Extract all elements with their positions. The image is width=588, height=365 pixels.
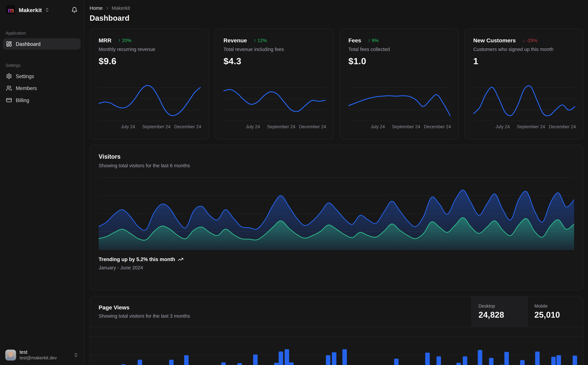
- bar: [425, 353, 430, 365]
- bar: [489, 358, 493, 365]
- x-axis-tick: December 24: [174, 124, 201, 129]
- bar: [326, 355, 330, 365]
- stat-cards-row: MRR ↑20% Monthly recurring revenue $9.6 …: [90, 28, 583, 140]
- user-name: test: [20, 350, 57, 355]
- bar: [253, 355, 257, 365]
- users-icon: [6, 85, 12, 91]
- gridline: [90, 355, 583, 355]
- trend-badge: ↑9%: [368, 38, 379, 43]
- stat-title: New Customers: [473, 37, 516, 43]
- bar: [221, 362, 226, 365]
- page-views-title: Page Views: [99, 304, 463, 311]
- bar: [274, 363, 278, 365]
- x-axis-tick: December 24: [549, 124, 576, 129]
- x-axis-tick: December 24: [424, 124, 451, 129]
- stat-description: Total revenue including fees: [223, 47, 325, 52]
- stat-description: Total fees collected: [348, 47, 450, 52]
- layout-dashboard-icon: [6, 41, 12, 47]
- sidebar-item-label: Members: [16, 85, 37, 91]
- bar: [169, 360, 174, 365]
- workspace-selector[interactable]: m Makerkit: [0, 0, 84, 19]
- sidebar-item-billing[interactable]: Billing: [3, 94, 81, 106]
- x-axis-tick: July 24: [246, 124, 260, 129]
- sidebar-item-label: Billing: [16, 97, 29, 103]
- visitors-title: Visitors: [99, 153, 574, 160]
- sparkline-x-axis: July 24September 24December 24: [348, 124, 450, 130]
- stat-card-mrr: MRR ↑20% Monthly recurring revenue $9.6 …: [90, 28, 209, 140]
- bar: [535, 351, 540, 365]
- sidebar-item-dashboard[interactable]: Dashboard: [3, 38, 81, 49]
- breadcrumb-current: Makerkit: [112, 5, 130, 11]
- x-axis-tick: July 24: [371, 124, 385, 129]
- sidebar-item-settings[interactable]: Settings: [3, 70, 81, 82]
- x-axis-tick: July 24: [121, 124, 135, 129]
- makerkit-logo-icon: m: [6, 5, 16, 15]
- page-title: Dashboard: [90, 14, 583, 22]
- sparkline-x-axis: July 24September 24December 24: [473, 124, 574, 130]
- bar: [289, 362, 294, 365]
- x-axis-tick: September 24: [392, 124, 420, 129]
- sidebar-item-members[interactable]: Members: [3, 83, 81, 94]
- bell-icon: [71, 7, 78, 13]
- bar: [138, 360, 142, 365]
- bar: [463, 356, 467, 365]
- stat-description: Customers who signed up this month: [473, 47, 574, 52]
- trending-up-icon: [178, 257, 183, 262]
- tab-mobile[interactable]: Mobile 25,010: [527, 296, 583, 327]
- visitors-date-range: January - June 2024: [99, 265, 574, 271]
- bar: [573, 356, 577, 365]
- chevrons-up-down-icon: [44, 7, 49, 12]
- stat-value: 1: [473, 56, 574, 66]
- sparkline-x-axis: July 24September 24December 24: [99, 124, 200, 130]
- workspace-name: Makerkit: [19, 7, 42, 13]
- visitors-footer: Trending up by 5.2% this month: [99, 257, 574, 262]
- arrow-up-icon: ↑: [254, 38, 256, 43]
- stat-title: Revenue: [223, 37, 247, 43]
- tab-desktop[interactable]: Desktop 24,828: [471, 296, 527, 327]
- chevron-right-icon: [105, 6, 109, 10]
- bar: [394, 358, 399, 365]
- stat-value: $4.3: [223, 56, 325, 66]
- gear-icon: [6, 73, 12, 79]
- mobile-total: 25,010: [534, 310, 583, 320]
- revenue-sparkline-chart: [223, 76, 325, 121]
- stat-description: Monthly recurring revenue: [99, 47, 200, 52]
- user-menu[interactable]: test test@makerkit.dev: [0, 346, 84, 365]
- trend-badge: ↓-25%: [523, 38, 537, 43]
- breadcrumb-home-link[interactable]: Home: [90, 5, 103, 11]
- bar: [237, 363, 242, 365]
- bar: [184, 355, 188, 365]
- x-axis-tick: December 24: [299, 124, 326, 129]
- arrow-up-icon: ↑: [118, 38, 121, 43]
- notifications-button[interactable]: [70, 6, 78, 14]
- sidebar-section-application: Application Dashboard: [0, 19, 84, 50]
- stat-value: $9.6: [99, 56, 200, 66]
- breadcrumb: Home Makerkit: [90, 5, 583, 11]
- arrow-up-icon: ↑: [368, 38, 370, 43]
- bar: [285, 349, 289, 365]
- gridline: [90, 337, 583, 337]
- bar: [520, 360, 525, 365]
- visitors-subtitle: Showing total visitors for the last 6 mo…: [99, 163, 574, 168]
- sidebar-item-label: Settings: [16, 73, 34, 79]
- bar: [121, 364, 125, 365]
- bar: [504, 352, 509, 365]
- bar: [279, 351, 283, 365]
- sidebar-item-label: Dashboard: [16, 41, 41, 47]
- visitors-area-chart: [99, 176, 574, 251]
- fees-sparkline-chart: [348, 76, 450, 121]
- stat-card-fees: Fees ↑9% Total fees collected $1.0 July …: [339, 28, 459, 140]
- bar: [342, 349, 347, 365]
- arrow-down-icon: ↓: [523, 38, 525, 43]
- user-email: test@makerkit.dev: [20, 356, 57, 360]
- visitors-card: Visitors Showing total visitors for the …: [90, 145, 583, 290]
- mrr-sparkline-chart: [99, 76, 201, 121]
- section-label: Application: [3, 31, 81, 35]
- stat-title: Fees: [348, 37, 361, 43]
- section-label: Settings: [3, 63, 81, 68]
- bar: [456, 363, 461, 365]
- trend-badge: ↑12%: [254, 38, 267, 43]
- stat-card-new-customers: New Customers ↓-25% Customers who signed…: [464, 28, 583, 140]
- avatar: [5, 350, 16, 360]
- sidebar: m Makerkit Application Dashboard Setting…: [0, 0, 84, 365]
